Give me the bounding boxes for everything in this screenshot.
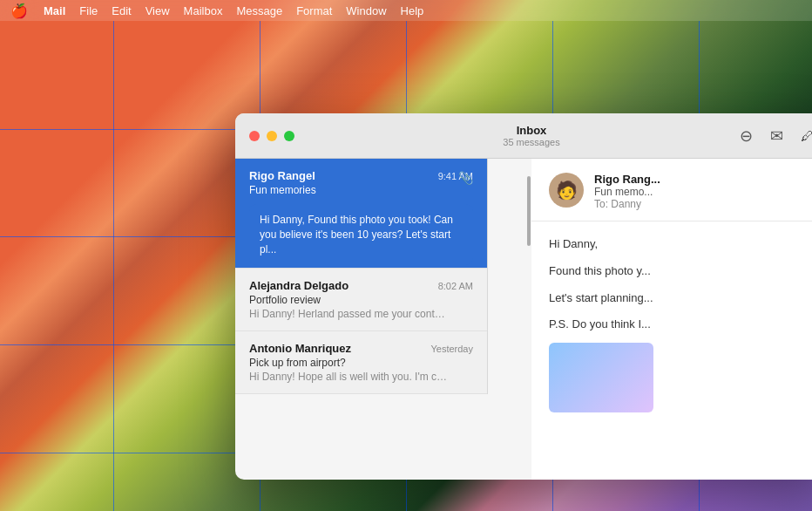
email-sender-rigo: Rigo Rangel: [249, 169, 315, 182]
email-sender-alejandra: Alejandra Delgado: [249, 279, 348, 292]
filter-icon[interactable]: ⊖: [740, 126, 753, 146]
toolbar-icons: ⊖ ✉ 🖊: [740, 126, 812, 146]
window-controls: [249, 131, 294, 141]
email-tooltip-rigo: Hi Danny, Found this photo you took! Can…: [249, 204, 473, 265]
compose-icon[interactable]: ✉: [770, 126, 783, 146]
photo-attachment-preview: [549, 343, 653, 412]
menu-mailbox[interactable]: Mailbox: [177, 4, 230, 17]
detail-sender-name: Rigo Rang...: [594, 173, 810, 186]
body-line-2: Let's start planning...: [549, 290, 810, 308]
email-item-antonio[interactable]: Antonio Manriquez Yesterday Pick up from…: [235, 331, 487, 394]
email-header-rigo: Rigo Rangel 9:41 AM: [249, 169, 473, 182]
mail-window: Inbox 35 messages ⊖ ✉ 🖊 Rigo Rangel 9:41…: [235, 113, 812, 480]
message-list[interactable]: Rigo Rangel 9:41 AM Fun memories 📎 Hi Da…: [235, 159, 488, 394]
detail-header-info: Rigo Rang... Fun memo... To: Danny: [594, 173, 810, 210]
email-sender-antonio: Antonio Manriquez: [249, 342, 351, 355]
email-header-antonio: Antonio Manriquez Yesterday: [249, 342, 473, 355]
menu-format[interactable]: Format: [289, 4, 339, 17]
menu-view[interactable]: View: [139, 4, 177, 17]
email-header-alejandra: Alejandra Delgado 8:02 AM: [249, 279, 473, 292]
maximize-button[interactable]: [284, 131, 294, 141]
menu-help[interactable]: Help: [394, 4, 431, 17]
email-preview-alejandra: Hi Danny! Herland passed me your contact…: [249, 308, 450, 320]
email-item-rigo[interactable]: Rigo Rangel 9:41 AM Fun memories 📎 Hi Da…: [235, 159, 487, 269]
close-button[interactable]: [249, 131, 260, 141]
email-time-alejandra: 8:02 AM: [438, 281, 473, 291]
message-count: 35 messages: [503, 137, 559, 147]
menubar: 🍎 Mail File Edit View Mailbox Message Fo…: [0, 0, 812, 21]
email-subject-rigo: Fun memories: [249, 184, 473, 196]
menu-edit[interactable]: Edit: [105, 4, 138, 17]
window-title: Inbox 35 messages: [503, 124, 559, 147]
email-subject-alejandra: Portfolio review: [249, 294, 473, 306]
minimize-button[interactable]: [267, 131, 277, 141]
window-titlebar: Inbox 35 messages ⊖ ✉ 🖊: [235, 113, 812, 159]
body-line-3: P.S. Do you think I...: [549, 316, 810, 334]
menu-mail[interactable]: Mail: [37, 4, 72, 17]
detail-body: Hi Danny, Found this photo y... Let's st…: [531, 221, 812, 426]
scrollbar-thumb: [527, 176, 531, 246]
email-item-alejandra[interactable]: Alejandra Delgado 8:02 AM Portfolio revi…: [235, 269, 487, 331]
body-line-1: Found this photo y...: [549, 262, 810, 281]
apple-menu[interactable]: 🍎: [7, 3, 37, 19]
attachment-icon: 📎: [458, 171, 473, 185]
menu-file[interactable]: File: [72, 4, 105, 17]
body-greeting: Hi Danny,: [549, 235, 810, 254]
menu-message[interactable]: Message: [229, 4, 289, 17]
message-list-wrapper: Rigo Rangel 9:41 AM Fun memories 📎 Hi Da…: [235, 159, 531, 480]
detail-pane: 🧑 Rigo Rang... Fun memo... To: Danny Hi …: [531, 159, 812, 480]
email-time-antonio: Yesterday: [430, 344, 473, 354]
email-preview-antonio: Hi Danny! Hope all is well with you. I'm…: [249, 371, 450, 383]
tooltip-text: Hi Danny, Found this photo you took! Can…: [260, 213, 463, 256]
sender-avatar: 🧑: [549, 173, 584, 208]
inbox-title: Inbox: [503, 124, 559, 137]
scrollbar-track[interactable]: [526, 159, 531, 480]
detail-header: 🧑 Rigo Rang... Fun memo... To: Danny: [531, 159, 812, 221]
menu-window[interactable]: Window: [339, 4, 393, 17]
avatar-image: 🧑: [549, 173, 584, 208]
window-content: Rigo Rangel 9:41 AM Fun memories 📎 Hi Da…: [235, 159, 812, 480]
detail-to-field: To: Danny: [594, 198, 810, 210]
new-message-icon[interactable]: 🖊: [801, 128, 812, 143]
email-subject-antonio: Pick up from airport?: [249, 357, 473, 369]
detail-subject-line: Fun memo...: [594, 186, 810, 198]
